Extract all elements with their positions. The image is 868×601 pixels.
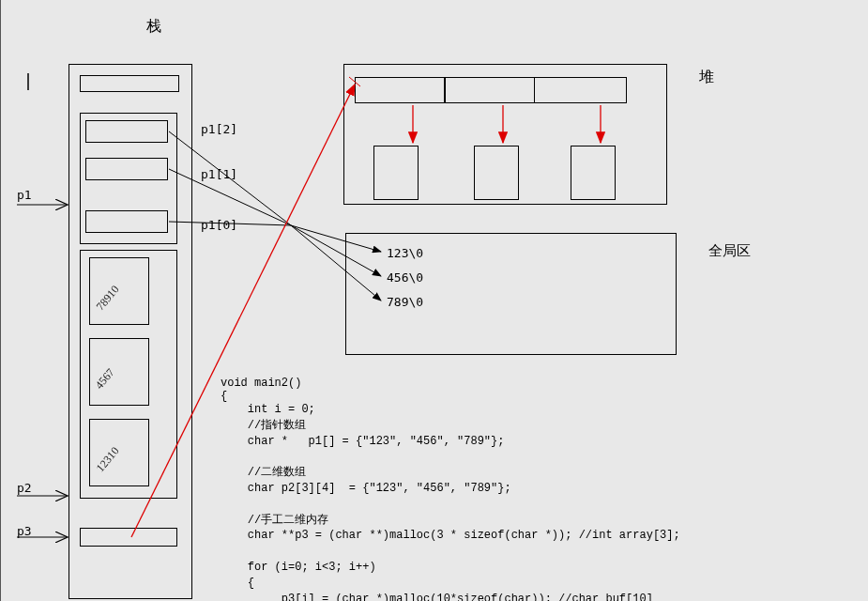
label-p1-2: p1[2] xyxy=(201,122,237,136)
stack-p1-slot1 xyxy=(85,158,168,180)
heap-ptr-0 xyxy=(355,77,445,103)
global-heading: 全局区 xyxy=(708,242,751,260)
heap-heading: 堆 xyxy=(699,68,714,87)
stack-heading: 栈 xyxy=(146,17,161,37)
code-body: int i = 0; //指针数组 char * p1[] = {"123", … xyxy=(221,402,680,601)
stack-p2-cell1 xyxy=(89,338,149,406)
label-p3: p3 xyxy=(17,524,32,538)
label-p1-0: p1[0] xyxy=(201,218,237,232)
global-str-0: 123\0 xyxy=(387,246,423,260)
heap-buf-1 xyxy=(474,146,519,200)
label-p1-1: p1[1] xyxy=(201,167,237,181)
global-str-2: 789\0 xyxy=(387,295,423,309)
heap-buf-0 xyxy=(373,146,419,200)
label-p1: p1 xyxy=(17,188,32,202)
stack-p1-slot2 xyxy=(85,120,168,143)
stack-p1-slot0 xyxy=(85,210,168,233)
heap-ptr-1 xyxy=(445,77,535,103)
stack-p3-slot xyxy=(80,528,177,547)
global-str-1: 456\0 xyxy=(387,270,423,285)
label-p2: p2 xyxy=(17,481,32,495)
code-signature: void main2() xyxy=(221,376,301,392)
heap-buf-2 xyxy=(571,146,616,200)
stack-box-top xyxy=(80,75,179,92)
